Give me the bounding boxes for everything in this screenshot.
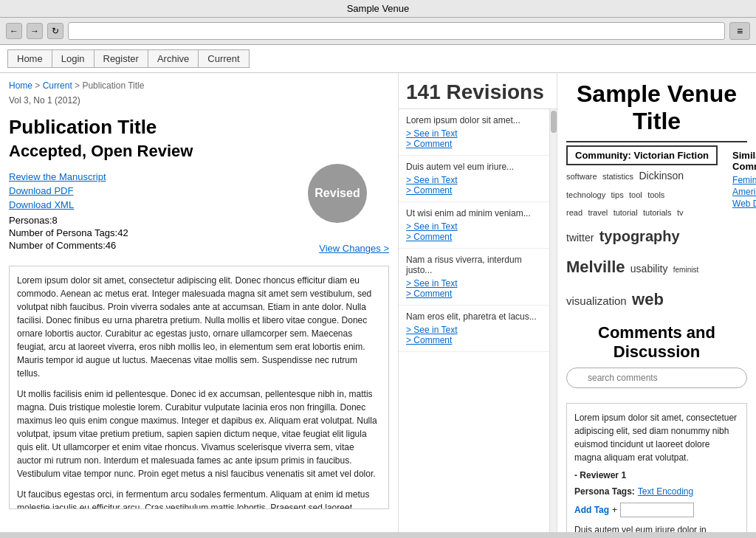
- right-panel: Sample Venue Title Community: Victorian …: [557, 73, 756, 532]
- comments-section: Comments and Discussion ☍ Lorem ipsum do…: [566, 323, 747, 532]
- text-para-2: Ut mollis facilisis enim id pellentesque…: [17, 387, 381, 480]
- comment-link-3[interactable]: > Comment: [406, 232, 542, 242]
- see-in-text-4[interactable]: > See in Text: [406, 278, 542, 289]
- revision-excerpt-1: Lorem ipsum dolor sit amet...: [406, 115, 542, 125]
- list-item: Duis autem vel eum iriure... > See in Te…: [399, 156, 549, 202]
- add-tag-row: Add Tag +: [574, 503, 739, 517]
- nav-register[interactable]: Register: [94, 49, 148, 68]
- persona-tags-label-1: Persona Tags:: [574, 485, 635, 498]
- revision-excerpt-3: Ut wisi enim ad minim veniam...: [406, 208, 542, 218]
- text-para-3: Ut faucibus egestas orci, in fermentum a…: [17, 488, 381, 509]
- revision-excerpt-2: Duis autem vel eum iriure...: [406, 162, 542, 172]
- add-tag-button[interactable]: Add Tag: [574, 503, 609, 517]
- persona-tags-row-1: Persona Tags: Text Encoding: [574, 485, 739, 498]
- persona-tags-label: Number of Persona Tags:: [9, 227, 117, 238]
- reload-button[interactable]: ↻: [47, 23, 63, 39]
- nav-login[interactable]: Login: [52, 49, 94, 68]
- nav-home[interactable]: Home: [7, 49, 52, 68]
- search-wrapper: ☍: [566, 368, 747, 396]
- see-in-text-1[interactable]: > See in Text: [406, 128, 542, 139]
- text-para-1: Lorem ipsum dolor sit amet, consectetur …: [17, 274, 381, 380]
- comments-count-value: 46: [106, 240, 116, 251]
- comment-link-1[interactable]: > Comment: [406, 139, 542, 149]
- nav-current[interactable]: Current: [198, 49, 249, 68]
- breadcrumb-current[interactable]: Current: [43, 80, 72, 91]
- nav-archive[interactable]: Archive: [148, 49, 198, 68]
- list-item: Nam eros elit, pharetra et lacus... > Se…: [399, 306, 549, 352]
- middle-panel: 141 Revisions Lorem ipsum dolor sit amet…: [399, 73, 557, 532]
- similar-communities: Similar Communities: Feminist Studies Am…: [732, 150, 756, 316]
- revision-excerpt-4: Nam a risus viverra, interdum justo...: [406, 255, 542, 275]
- venue-title: Sample Venue Title: [566, 80, 747, 142]
- personas-value: 8: [52, 215, 58, 226]
- comment-text-1: Lorem ipsum dolor sit amet, consectetuer…: [574, 411, 739, 464]
- revisions-header: 141 Revisions: [399, 73, 557, 109]
- revised-badge: Revised: [308, 164, 367, 223]
- comment-link-5[interactable]: > Comment: [406, 335, 542, 345]
- search-input[interactable]: [566, 368, 747, 388]
- comments-row: Number of Comments: 46 View Changes >: [9, 240, 389, 251]
- comment-link-2[interactable]: > Comment: [406, 185, 542, 196]
- similar-community-2[interactable]: American Literature: [732, 187, 756, 197]
- address-input[interactable]: [68, 22, 725, 40]
- community-badge: Community: Victorian Fiction: [566, 145, 718, 165]
- view-changes-link[interactable]: View Changes >: [319, 243, 389, 254]
- forward-button[interactable]: →: [27, 23, 43, 39]
- menu-button[interactable]: ≡: [729, 22, 750, 40]
- breadcrumb-page: Publication Title: [82, 80, 144, 91]
- comment-block-1: Lorem ipsum dolor sit amet, consectetuer…: [566, 403, 747, 532]
- community-section: Community: Victorian Fiction software st…: [566, 150, 747, 316]
- list-item: Lorem ipsum dolor sit amet... > See in T…: [399, 109, 549, 156]
- pub-title: Publication Title: [9, 116, 389, 139]
- persona-tags-link-1[interactable]: Text Encoding: [638, 485, 693, 498]
- back-button[interactable]: ←: [6, 23, 22, 39]
- list-item: Ut wisi enim ad minim veniam... > See in…: [399, 202, 549, 249]
- browser-toolbar: ← → ↻ ≡: [0, 18, 756, 45]
- similar-community-1[interactable]: Feminist Studies: [732, 175, 756, 185]
- reviewer-1-label: - Reviewer 1: [574, 469, 739, 482]
- window-title: Sample Venue: [347, 3, 410, 14]
- comment-text-2: Duis autem vel eum iriure dolor in hendr…: [574, 523, 739, 532]
- title-bar: Sample Venue: [0, 0, 756, 18]
- text-content: Lorem ipsum dolor sit amet, consectetur …: [9, 266, 389, 509]
- persona-tags-row: Number of Persona Tags: 42: [9, 227, 389, 238]
- personas-label: Personas:: [9, 215, 52, 226]
- see-in-text-3[interactable]: > See in Text: [406, 221, 542, 232]
- revision-excerpt-5: Nam eros elit, pharetra et lacus...: [406, 311, 542, 322]
- tags-area: software statistics Dickinson technology…: [566, 165, 718, 316]
- similar-community-3[interactable]: Web Design: [732, 199, 756, 209]
- comments-title: Comments and Discussion: [566, 323, 747, 362]
- breadcrumb-home[interactable]: Home: [9, 80, 32, 91]
- see-in-text-5[interactable]: > See in Text: [406, 325, 542, 335]
- see-in-text-2[interactable]: > See in Text: [406, 175, 542, 185]
- top-nav: Home Login Register Archive Current: [0, 45, 756, 73]
- persona-tags-value: 42: [117, 227, 128, 238]
- pub-subtitle: Accepted, Open Review: [9, 142, 389, 161]
- breadcrumb: Home > Current > Publication Title: [9, 80, 389, 91]
- list-item: Nam a risus viverra, interdum justo... >…: [399, 249, 549, 306]
- vol-info: Vol 3, No 1 (2012): [9, 95, 389, 106]
- add-tag-input[interactable]: [620, 503, 694, 517]
- comments-count-label: Number of Comments:: [9, 240, 106, 251]
- similar-communities-header: Similar Communities:: [732, 150, 756, 172]
- comment-link-4[interactable]: > Comment: [406, 289, 542, 299]
- left-panel: Home > Current > Publication Title Vol 3…: [0, 73, 399, 532]
